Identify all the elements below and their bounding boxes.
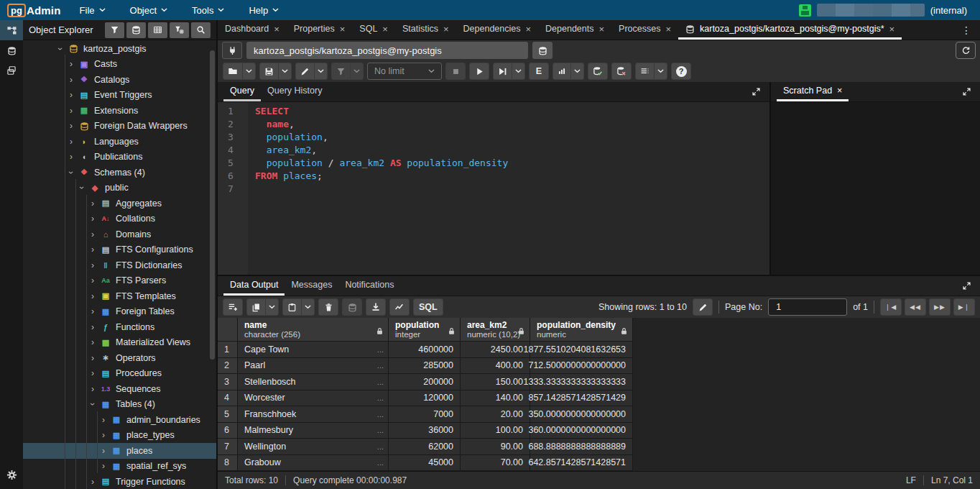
- tree-item-domains[interactable]: ›⌂Domains: [23, 227, 216, 242]
- tree-item-procedures[interactable]: ›▤Procedures: [23, 366, 216, 382]
- tree-item-foreign-data-wrappers[interactable]: ›Foreign Data Wrappers: [23, 119, 216, 134]
- expand-icon[interactable]: ›: [67, 59, 75, 69]
- expand-icon[interactable]: ›: [88, 214, 97, 224]
- rollback-button[interactable]: [611, 63, 632, 80]
- cell-value[interactable]: 90.00: [461, 439, 530, 455]
- tree-item-collations[interactable]: ›A↓Collations: [23, 211, 216, 227]
- row-number-cell[interactable]: 5: [218, 406, 238, 423]
- expand-editor-icon[interactable]: [743, 82, 769, 101]
- cell-value[interactable]: 2450.00: [461, 342, 530, 358]
- tree-item-fts-configurations[interactable]: ›▤FTS Configurations: [23, 242, 216, 258]
- row-number-cell[interactable]: 2: [218, 358, 238, 375]
- tab-overflow-menu[interactable]: ⋮: [953, 20, 980, 40]
- commit-button[interactable]: [588, 63, 608, 80]
- cell-name[interactable]: Grabouw...: [238, 455, 389, 472]
- column-header-population_density[interactable]: population_densitynumeric: [530, 318, 633, 342]
- cell-value[interactable]: 1333.3333333333333333: [530, 374, 633, 390]
- execute-query-button[interactable]: [469, 63, 489, 80]
- expand-icon[interactable]: ›: [99, 461, 108, 471]
- cell-value[interactable]: 62000: [389, 439, 461, 455]
- cell-value[interactable]: 150.00: [461, 374, 530, 390]
- tree-item-casts[interactable]: ›▣Casts: [23, 57, 216, 73]
- close-icon[interactable]: ×: [837, 86, 842, 96]
- expand-icon[interactable]: ›: [88, 384, 97, 394]
- chevron-down-icon[interactable]: [314, 63, 327, 79]
- tree-item-foreign-tables[interactable]: ›▦Foreign Tables: [23, 304, 216, 320]
- delete-row-button[interactable]: [318, 298, 338, 316]
- row-number-cell[interactable]: 4: [218, 390, 238, 407]
- tree-item-trigger-functions[interactable]: ›▤Trigger Functions: [23, 474, 216, 489]
- refresh-database-button[interactable]: [126, 22, 146, 38]
- next-page-button[interactable]: ▶▶: [929, 298, 951, 316]
- chevron-down-icon[interactable]: [512, 63, 524, 79]
- tree-item-functions[interactable]: ›ƒFunctions: [23, 319, 216, 335]
- close-icon[interactable]: ×: [382, 24, 388, 35]
- collapse-icon[interactable]: ›: [88, 400, 98, 408]
- menu-help[interactable]: Help: [249, 5, 279, 16]
- close-icon[interactable]: ×: [665, 24, 671, 35]
- tree-item-admin-boundaries[interactable]: ›▦admin_boundaries: [23, 412, 216, 428]
- cell-value[interactable]: 350.0000000000000000: [530, 406, 633, 423]
- cell-value[interactable]: 642.8571428571428571: [530, 455, 633, 472]
- tree-item-public[interactable]: ›◆public: [23, 180, 216, 196]
- tree-item-fts-parsers[interactable]: ›AaFTS Parsers: [23, 273, 216, 289]
- expand-icon[interactable]: ›: [67, 106, 75, 116]
- filtered-rows-button[interactable]: [170, 22, 189, 38]
- help-button[interactable]: ?: [671, 63, 691, 80]
- expand-icon[interactable]: ›: [67, 121, 75, 131]
- expand-icon[interactable]: ›: [88, 275, 97, 285]
- add-row-button[interactable]: [223, 298, 243, 316]
- cell-value[interactable]: 200000: [389, 374, 461, 390]
- tab-notifications[interactable]: Notifications: [338, 276, 400, 296]
- close-icon[interactable]: ×: [525, 24, 531, 35]
- cell-value[interactable]: 100.00: [461, 423, 530, 439]
- cell-value[interactable]: 7000: [389, 406, 461, 423]
- expand-icon[interactable]: ›: [88, 229, 97, 239]
- tab-messages[interactable]: Messages: [285, 276, 338, 296]
- paste-button[interactable]: [282, 298, 315, 316]
- chevron-down-icon[interactable]: [265, 299, 278, 315]
- graph-visualiser-button[interactable]: [389, 298, 410, 316]
- tab-dependencies[interactable]: Dependencies×: [456, 20, 539, 40]
- chevron-down-icon[interactable]: [242, 63, 255, 79]
- user-menu[interactable]: (internal): [930, 5, 971, 16]
- cell-value[interactable]: 857.1428571428571429: [530, 390, 633, 407]
- expand-icon[interactable]: ›: [88, 477, 97, 487]
- cell-value[interactable]: 70.00: [461, 455, 530, 472]
- chevron-down-icon[interactable]: [350, 63, 363, 79]
- sql-script-button[interactable]: SQL: [413, 298, 443, 316]
- tree-item-aggregates[interactable]: ›▤Aggregates: [23, 196, 216, 211]
- view-data-button[interactable]: [148, 22, 167, 38]
- tab-statistics[interactable]: Statistics×: [395, 20, 456, 40]
- chevron-down-icon[interactable]: [570, 63, 583, 79]
- tree-item-fts-templates[interactable]: ›▣FTS Templates: [23, 288, 216, 304]
- tab-processes[interactable]: Processes×: [611, 20, 678, 40]
- tree-item-spatial-ref-sys[interactable]: ›▦spatial_ref_sys: [23, 459, 216, 475]
- tree-item-place-types[interactable]: ›▦place_types: [23, 428, 216, 444]
- cell-name[interactable]: Franschhoek...: [238, 406, 389, 423]
- cell-value[interactable]: 285000: [389, 358, 461, 375]
- scratch-pad-area[interactable]: [771, 102, 980, 275]
- collapse-icon[interactable]: ›: [55, 45, 65, 53]
- filter-button[interactable]: [105, 22, 124, 38]
- rail-psql-tool[interactable]: [0, 60, 23, 81]
- expand-scratch-icon[interactable]: [953, 82, 980, 101]
- cell-value[interactable]: 4600000: [389, 342, 461, 358]
- sql-editor[interactable]: 1234567 SELECT name, population, area_km…: [218, 102, 769, 275]
- tree-item-kartoza-postgis[interactable]: ›kartoza_postgis: [23, 41, 216, 57]
- cell-value[interactable]: 20.00: [461, 406, 530, 423]
- tab-sql[interactable]: SQL×: [352, 20, 395, 40]
- cell-value[interactable]: 45000: [389, 455, 461, 472]
- copy-button[interactable]: [246, 298, 279, 316]
- tree-item-catalogs[interactable]: ›❖Catalogs: [23, 72, 216, 88]
- column-header-area_km2[interactable]: area_km2numeric (10,2): [461, 318, 530, 342]
- column-header-name[interactable]: namecharacter (256): [238, 318, 389, 342]
- tree-item-operators[interactable]: ›∗Operators: [23, 350, 216, 366]
- expand-icon[interactable]: ›: [99, 415, 108, 425]
- row-number-cell[interactable]: 3: [218, 374, 238, 390]
- reset-layout-button[interactable]: [956, 42, 976, 59]
- tab-dashboard[interactable]: Dashboard×: [218, 20, 287, 40]
- row-number-cell[interactable]: 7: [218, 439, 238, 455]
- tab-query-history[interactable]: Query History: [261, 82, 328, 101]
- eol-mode-label[interactable]: LF: [906, 475, 916, 485]
